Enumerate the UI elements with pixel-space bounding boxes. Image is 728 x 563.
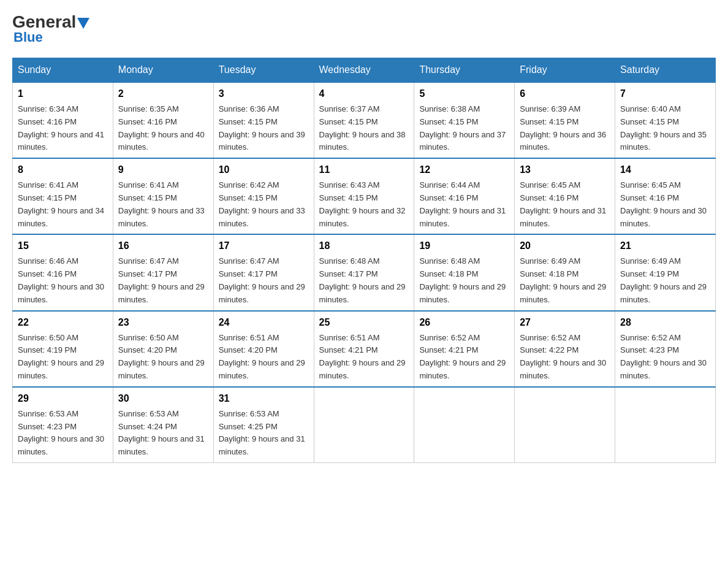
logo-triangle-icon: [77, 18, 89, 29]
day-info: Sunrise: 6:51 AMSunset: 4:20 PMDaylight:…: [219, 333, 305, 380]
header-saturday: Saturday: [615, 58, 716, 83]
day-info: Sunrise: 6:50 AMSunset: 4:20 PMDaylight:…: [118, 333, 205, 380]
day-info: Sunrise: 6:45 AMSunset: 4:16 PMDaylight:…: [620, 180, 707, 228]
day-number: 7: [620, 86, 710, 101]
day-cell-9: 9Sunrise: 6:41 AMSunset: 4:15 PMDaylight…: [113, 158, 213, 234]
day-cell-16: 16Sunrise: 6:47 AMSunset: 4:17 PMDayligh…: [113, 234, 213, 310]
day-number: 9: [118, 163, 208, 177]
day-number: 24: [219, 315, 309, 330]
day-number: 22: [18, 315, 108, 330]
calendar-table: SundayMondayTuesdayWednesdayThursdayFrid…: [12, 58, 716, 463]
day-number: 6: [520, 86, 610, 101]
day-number: 21: [620, 239, 710, 253]
day-number: 31: [219, 391, 309, 406]
day-cell-6: 6Sunrise: 6:39 AMSunset: 4:15 PMDaylight…: [515, 82, 615, 158]
day-cell-7: 7Sunrise: 6:40 AMSunset: 4:15 PMDaylight…: [615, 82, 716, 158]
day-number: 14: [620, 163, 710, 177]
day-number: 3: [219, 86, 309, 101]
week-row-1: 1Sunrise: 6:34 AMSunset: 4:16 PMDaylight…: [13, 82, 716, 158]
day-info: Sunrise: 6:45 AMSunset: 4:16 PMDaylight:…: [520, 180, 606, 228]
week-row-5: 29Sunrise: 6:53 AMSunset: 4:23 PMDayligh…: [13, 387, 716, 463]
logo: General Blue: [12, 12, 89, 45]
day-info: Sunrise: 6:53 AMSunset: 4:24 PMDaylight:…: [118, 409, 205, 456]
day-info: Sunrise: 6:38 AMSunset: 4:15 PMDaylight:…: [419, 104, 506, 151]
day-number: 26: [419, 315, 509, 330]
header-friday: Friday: [515, 58, 615, 83]
day-number: 28: [620, 315, 710, 330]
day-cell-1: 1Sunrise: 6:34 AMSunset: 4:16 PMDaylight…: [13, 82, 113, 158]
day-number: 12: [419, 163, 509, 177]
day-number: 29: [18, 391, 108, 406]
day-info: Sunrise: 6:43 AMSunset: 4:15 PMDaylight:…: [319, 180, 406, 228]
day-number: 4: [319, 86, 409, 101]
day-number: 19: [419, 239, 509, 253]
day-info: Sunrise: 6:35 AMSunset: 4:16 PMDaylight:…: [118, 104, 205, 151]
logo-blue-text: Blue: [13, 29, 43, 45]
day-cell-4: 4Sunrise: 6:37 AMSunset: 4:15 PMDaylight…: [314, 82, 414, 158]
day-cell-25: 25Sunrise: 6:51 AMSunset: 4:21 PMDayligh…: [314, 311, 414, 387]
header-tuesday: Tuesday: [213, 58, 314, 83]
day-number: 11: [319, 163, 409, 177]
day-number: 2: [118, 86, 208, 101]
header-sunday: Sunday: [13, 58, 113, 83]
day-number: 1: [18, 86, 108, 101]
day-info: Sunrise: 6:46 AMSunset: 4:16 PMDaylight:…: [18, 256, 104, 304]
week-row-4: 22Sunrise: 6:50 AMSunset: 4:19 PMDayligh…: [13, 311, 716, 387]
day-number: 18: [319, 239, 409, 253]
day-number: 15: [18, 239, 108, 253]
day-info: Sunrise: 6:34 AMSunset: 4:16 PMDaylight:…: [18, 104, 104, 151]
day-info: Sunrise: 6:49 AMSunset: 4:19 PMDaylight:…: [620, 256, 707, 304]
day-info: Sunrise: 6:52 AMSunset: 4:21 PMDaylight:…: [419, 333, 506, 380]
empty-cell-4-5: [515, 387, 615, 463]
day-number: 25: [319, 315, 409, 330]
day-info: Sunrise: 6:47 AMSunset: 4:17 PMDaylight:…: [118, 256, 205, 304]
day-cell-2: 2Sunrise: 6:35 AMSunset: 4:16 PMDaylight…: [113, 82, 213, 158]
weekday-header-row: SundayMondayTuesdayWednesdayThursdayFrid…: [13, 58, 716, 83]
day-cell-10: 10Sunrise: 6:42 AMSunset: 4:15 PMDayligh…: [213, 158, 314, 234]
day-cell-29: 29Sunrise: 6:53 AMSunset: 4:23 PMDayligh…: [13, 387, 113, 463]
day-number: 16: [118, 239, 208, 253]
day-cell-23: 23Sunrise: 6:50 AMSunset: 4:20 PMDayligh…: [113, 311, 213, 387]
header-monday: Monday: [113, 58, 213, 83]
day-cell-19: 19Sunrise: 6:48 AMSunset: 4:18 PMDayligh…: [414, 234, 515, 310]
day-cell-11: 11Sunrise: 6:43 AMSunset: 4:15 PMDayligh…: [314, 158, 414, 234]
day-info: Sunrise: 6:52 AMSunset: 4:22 PMDaylight:…: [520, 333, 606, 380]
day-info: Sunrise: 6:53 AMSunset: 4:25 PMDaylight:…: [219, 409, 305, 456]
empty-cell-4-6: [615, 387, 716, 463]
day-cell-14: 14Sunrise: 6:45 AMSunset: 4:16 PMDayligh…: [615, 158, 716, 234]
day-cell-17: 17Sunrise: 6:47 AMSunset: 4:17 PMDayligh…: [213, 234, 314, 310]
day-info: Sunrise: 6:41 AMSunset: 4:15 PMDaylight:…: [18, 180, 104, 228]
day-info: Sunrise: 6:53 AMSunset: 4:23 PMDaylight:…: [18, 409, 104, 456]
day-cell-28: 28Sunrise: 6:52 AMSunset: 4:23 PMDayligh…: [615, 311, 716, 387]
day-info: Sunrise: 6:48 AMSunset: 4:18 PMDaylight:…: [419, 256, 506, 304]
day-number: 30: [118, 391, 208, 406]
day-info: Sunrise: 6:37 AMSunset: 4:15 PMDaylight:…: [319, 104, 406, 151]
week-row-2: 8Sunrise: 6:41 AMSunset: 4:15 PMDaylight…: [13, 158, 716, 234]
day-info: Sunrise: 6:52 AMSunset: 4:23 PMDaylight:…: [620, 333, 707, 380]
day-number: 8: [18, 163, 108, 177]
day-info: Sunrise: 6:44 AMSunset: 4:16 PMDaylight:…: [419, 180, 506, 228]
day-cell-15: 15Sunrise: 6:46 AMSunset: 4:16 PMDayligh…: [13, 234, 113, 310]
day-cell-21: 21Sunrise: 6:49 AMSunset: 4:19 PMDayligh…: [615, 234, 716, 310]
day-cell-30: 30Sunrise: 6:53 AMSunset: 4:24 PMDayligh…: [113, 387, 213, 463]
day-cell-20: 20Sunrise: 6:49 AMSunset: 4:18 PMDayligh…: [515, 234, 615, 310]
day-cell-12: 12Sunrise: 6:44 AMSunset: 4:16 PMDayligh…: [414, 158, 515, 234]
day-info: Sunrise: 6:40 AMSunset: 4:15 PMDaylight:…: [620, 104, 707, 151]
header-thursday: Thursday: [414, 58, 515, 83]
day-number: 5: [419, 86, 509, 101]
day-cell-27: 27Sunrise: 6:52 AMSunset: 4:22 PMDayligh…: [515, 311, 615, 387]
header-wednesday: Wednesday: [314, 58, 414, 83]
day-info: Sunrise: 6:47 AMSunset: 4:17 PMDaylight:…: [219, 256, 305, 304]
day-info: Sunrise: 6:51 AMSunset: 4:21 PMDaylight:…: [319, 333, 406, 380]
day-cell-26: 26Sunrise: 6:52 AMSunset: 4:21 PMDayligh…: [414, 311, 515, 387]
week-row-3: 15Sunrise: 6:46 AMSunset: 4:16 PMDayligh…: [13, 234, 716, 310]
day-number: 27: [520, 315, 610, 330]
day-cell-18: 18Sunrise: 6:48 AMSunset: 4:17 PMDayligh…: [314, 234, 414, 310]
empty-cell-4-3: [314, 387, 414, 463]
day-info: Sunrise: 6:36 AMSunset: 4:15 PMDaylight:…: [219, 104, 305, 151]
day-cell-5: 5Sunrise: 6:38 AMSunset: 4:15 PMDaylight…: [414, 82, 515, 158]
day-cell-31: 31Sunrise: 6:53 AMSunset: 4:25 PMDayligh…: [213, 387, 314, 463]
day-cell-24: 24Sunrise: 6:51 AMSunset: 4:20 PMDayligh…: [213, 311, 314, 387]
day-number: 17: [219, 239, 309, 253]
day-cell-13: 13Sunrise: 6:45 AMSunset: 4:16 PMDayligh…: [515, 158, 615, 234]
